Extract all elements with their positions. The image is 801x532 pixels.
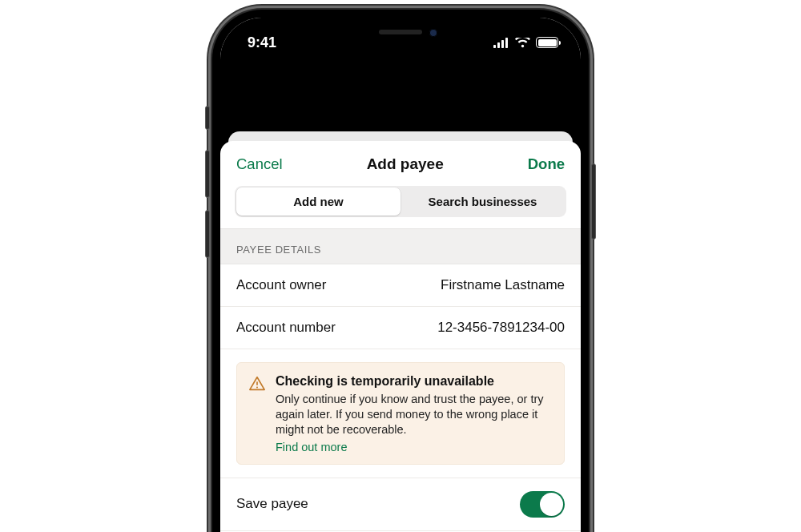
account-number-row[interactable]: Account number 12-3456-7891234-00 <box>220 307 581 349</box>
segmented-control-container: Add new Search businesses <box>220 186 581 225</box>
add-payee-modal: Cancel Add payee Done Add new Search bus… <box>220 141 581 532</box>
cancel-button[interactable]: Cancel <box>236 155 283 173</box>
account-number-value: 12-3456-7891234-00 <box>437 320 565 336</box>
segmented-control: Add new Search businesses <box>235 186 566 217</box>
front-camera <box>429 29 437 37</box>
svg-point-5 <box>256 387 258 389</box>
cellular-signal-icon <box>493 38 509 48</box>
wifi-icon <box>515 38 530 48</box>
account-owner-row[interactable]: Account owner Firstname Lastname <box>220 264 581 307</box>
done-button[interactable]: Done <box>528 155 565 173</box>
svg-rect-4 <box>256 381 258 385</box>
status-indicators <box>493 37 558 48</box>
save-payee-label: Save payee <box>236 496 308 512</box>
svg-rect-3 <box>505 38 508 48</box>
section-header-payee-details: PAYEE DETAILS <box>220 228 581 264</box>
status-time: 9:41 <box>248 34 276 51</box>
svg-rect-1 <box>497 42 500 48</box>
modal-header: Cancel Add payee Done <box>220 141 581 186</box>
side-button-volume-up <box>205 150 210 198</box>
warning-alert: Checking is temporarily unavailable Only… <box>236 362 565 465</box>
phone-notch <box>304 18 497 46</box>
speaker-grille <box>379 30 422 34</box>
tab-search-businesses[interactable]: Search businesses <box>400 187 565 216</box>
account-owner-label: Account owner <box>236 277 326 293</box>
modal-title: Add payee <box>367 155 444 173</box>
tab-add-new[interactable]: Add new <box>236 187 400 216</box>
svg-rect-0 <box>493 45 496 48</box>
side-button-power <box>591 163 596 240</box>
side-button-silent <box>205 106 210 130</box>
warning-triangle-icon <box>248 375 266 454</box>
battery-icon <box>536 37 558 48</box>
account-number-label: Account number <box>236 320 336 336</box>
svg-rect-2 <box>501 40 504 48</box>
account-owner-value: Firstname Lastname <box>441 277 565 293</box>
save-payee-toggle[interactable] <box>520 491 565 518</box>
phone-frame: 9:41 Cancel Add payee Done <box>212 10 589 532</box>
find-out-more-link[interactable]: Find out more <box>276 441 347 453</box>
phone-screen: 9:41 Cancel Add payee Done <box>220 18 581 532</box>
toggle-knob <box>540 493 563 516</box>
side-button-volume-down <box>205 210 210 258</box>
alert-text: Only continue if you know and trust the … <box>276 392 553 437</box>
alert-body: Checking is temporarily unavailable Only… <box>276 374 553 454</box>
alert-title: Checking is temporarily unavailable <box>276 374 553 389</box>
app-background: Cancel Add payee Done Add new Search bus… <box>220 61 581 532</box>
save-payee-row: Save payee <box>220 478 581 531</box>
